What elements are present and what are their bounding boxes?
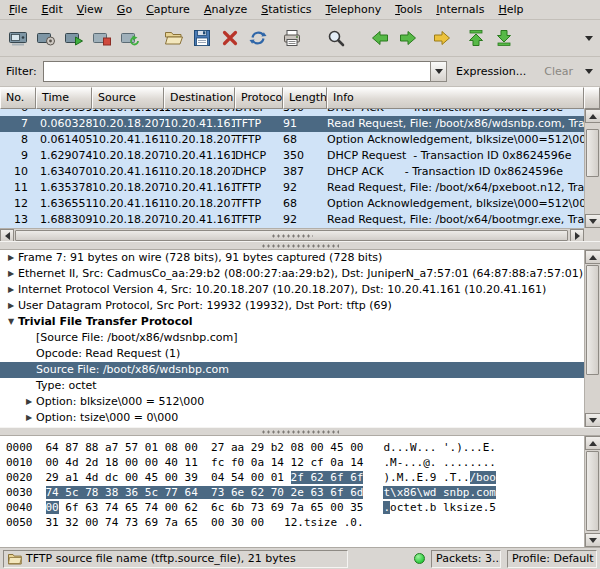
column-header-info[interactable]: Info: [327, 87, 584, 109]
column-header-source[interactable]: Source: [92, 87, 164, 109]
goto-last-packet-button[interactable]: [490, 24, 518, 52]
menu-item[interactable]: Analyze: [197, 1, 254, 19]
save-file-button[interactable]: [188, 24, 216, 52]
capture-options-button[interactable]: [32, 24, 60, 52]
detail-row[interactable]: Opcode: Read Request (1): [0, 346, 584, 362]
hex-line[interactable]: 002029 a1 4d dc 00 45 00 39 04 54 00 01 …: [6, 470, 584, 485]
packet-list-hscrollbar[interactable]: [0, 228, 584, 241]
packet-list-vscrollbar[interactable]: [584, 109, 600, 228]
capture-start-button[interactable]: [60, 24, 88, 52]
column-header-length[interactable]: Length: [283, 87, 327, 109]
capture-restart-button[interactable]: [116, 24, 144, 52]
print-button[interactable]: [278, 24, 306, 52]
hex-line[interactable]: 001000 4d 2d 18 00 00 40 11 fc f0 0a 14 …: [6, 455, 584, 470]
packet-length: 350: [283, 148, 327, 164]
menu-item[interactable]: View: [70, 1, 110, 19]
arrow-right-icon: [575, 232, 580, 240]
open-file-button[interactable]: [160, 24, 188, 52]
goto-packet-button[interactable]: [428, 24, 456, 52]
capture-stop-button[interactable]: [88, 24, 116, 52]
packet-row[interactable]: 8 0.061405 10.20.41.161 10.20.18.207 TFT…: [0, 132, 584, 148]
hex-line[interactable]: 003074 5c 78 38 36 5c 77 64 73 6e 62 70 …: [6, 485, 584, 500]
menu-item[interactable]: Capture: [139, 1, 197, 19]
menu-item[interactable]: Tools: [388, 1, 429, 19]
expander-icon[interactable]: ▶: [22, 410, 36, 426]
detail-text: Frame 7: 91 bytes on wire (728 bits), 91…: [18, 250, 382, 266]
detail-row[interactable]: ▼ Trivial File Transfer Protocol: [0, 314, 584, 330]
hex-line[interactable]: 004000 6f 63 74 65 74 00 62 6c 6b 73 69 …: [6, 500, 584, 515]
scroll-up-button[interactable]: [585, 109, 600, 123]
scroll-down-button[interactable]: [585, 214, 600, 228]
filterbar-overflow-button[interactable]: [582, 60, 596, 84]
expression-button[interactable]: Expression...: [447, 61, 535, 82]
packet-source: 10.20.41.161: [92, 132, 164, 148]
details-vscrollbar[interactable]: [584, 250, 600, 427]
expander-icon[interactable]: ▶: [4, 298, 18, 314]
detail-row[interactable]: [Source File: /boot/x86/wdsnbp.com]: [0, 330, 584, 346]
detail-row[interactable]: ▶ Ethernet II, Src: CadmusCo_aa:29:b2 (0…: [0, 266, 584, 282]
vscroll-thumb[interactable]: [586, 265, 599, 375]
detail-row[interactable]: Type: octet: [0, 378, 584, 394]
packet-source: 10.20.18.207: [92, 148, 164, 164]
detail-row[interactable]: ▶ Option: tsize\000 = 0\000: [0, 410, 584, 426]
menu-item[interactable]: File: [2, 1, 34, 19]
packet-row[interactable]: 6 0.059659 10.20.41.161 10.20.18.207 DHC…: [0, 109, 584, 116]
column-header-destination[interactable]: Destination: [164, 87, 235, 109]
vscroll-thumb[interactable]: [586, 451, 599, 531]
toolbar-overflow-button[interactable]: [582, 26, 596, 50]
find-packet-button[interactable]: [322, 24, 350, 52]
hex-bytes-selected: 74 5c 78 38 36 5c 77 64 73 6e 62 70 2e 6…: [46, 486, 364, 499]
packet-row[interactable]: 10 1.634070 10.20.41.161 10.20.18.207 DH…: [0, 164, 584, 180]
expert-info-led: [414, 553, 425, 564]
pane-splitter-bottom[interactable]: [0, 427, 600, 436]
detail-row[interactable]: ▶ Option: blksize\000 = 512\000: [0, 394, 584, 410]
status-profile[interactable]: Profile: Default: [507, 550, 597, 568]
column-header-protocol[interactable]: Protocol: [235, 87, 283, 109]
expander-icon[interactable]: ▼: [4, 314, 18, 330]
menu-item[interactable]: Go: [110, 1, 139, 19]
detail-row[interactable]: ▶ Frame 7: 91 bytes on wire (728 bits), …: [0, 250, 584, 266]
clear-filter-button[interactable]: Clear: [535, 61, 582, 82]
packet-length: 92: [283, 212, 327, 228]
goto-first-packet-button[interactable]: [462, 24, 490, 52]
filter-dropdown-button[interactable]: [430, 61, 447, 82]
goto-bottom-icon: [494, 28, 514, 48]
hscroll-thumb[interactable]: [15, 230, 568, 241]
packet-row[interactable]: 13 1.688309 10.20.18.207 10.20.41.161 TF…: [0, 212, 584, 228]
go-forward-button[interactable]: [394, 24, 422, 52]
packet-row[interactable]: 7 0.060328 10.20.18.207 10.20.41.161 TFT…: [0, 116, 584, 132]
expander-icon[interactable]: ▶: [4, 266, 18, 282]
detail-row[interactable]: ▶ Internet Protocol Version 4, Src: 10.2…: [0, 282, 584, 298]
scroll-up-button[interactable]: [585, 250, 600, 264]
vscroll-thumb[interactable]: [586, 129, 599, 177]
reload-button[interactable]: [244, 24, 272, 52]
column-header-no[interactable]: No.: [0, 87, 36, 109]
packet-row[interactable]: 9 1.629074 10.20.18.207 10.20.41.161 DHC…: [0, 148, 584, 164]
go-back-button[interactable]: [366, 24, 394, 52]
scroll-up-button[interactable]: [585, 436, 600, 450]
close-file-button[interactable]: [216, 24, 244, 52]
column-header-time[interactable]: Time: [36, 87, 92, 109]
expander-icon[interactable]: ▶: [22, 394, 36, 410]
hex-vscrollbar[interactable]: [584, 436, 600, 547]
filter-input[interactable]: [43, 61, 430, 82]
packet-row[interactable]: 12 1.636551 10.20.41.161 10.20.18.207 TF…: [0, 196, 584, 212]
packet-row[interactable]: 11 1.635378 10.20.18.207 10.20.41.161 TF…: [0, 180, 584, 196]
menu-item[interactable]: Help: [491, 1, 530, 19]
menu-item[interactable]: Edit: [34, 1, 69, 19]
expander-icon[interactable]: ▶: [4, 282, 18, 298]
pane-splitter-top[interactable]: [0, 241, 600, 250]
menu-item[interactable]: Statistics: [254, 1, 318, 19]
scroll-down-button[interactable]: [585, 533, 600, 547]
packet-time: 1.629074: [36, 148, 92, 164]
detail-row[interactable]: ▶ User Datagram Protocol, Src Port: 1993…: [0, 298, 584, 314]
menu-item[interactable]: Telephony: [319, 1, 389, 19]
packet-source: 10.20.18.207: [92, 212, 164, 228]
hex-line[interactable]: 000064 87 88 a7 57 01 08 00 27 aa 29 b2 …: [6, 440, 584, 455]
hex-line[interactable]: 005031 32 00 74 73 69 7a 65 00 30 0012.t…: [6, 515, 584, 530]
scroll-down-button[interactable]: [585, 413, 600, 427]
detail-row[interactable]: Source File: /boot/x86/wdsnbp.com: [0, 362, 584, 378]
capture-interfaces-button[interactable]: [4, 24, 32, 52]
expander-icon[interactable]: ▶: [4, 250, 18, 266]
menu-item[interactable]: Internals: [429, 1, 491, 19]
